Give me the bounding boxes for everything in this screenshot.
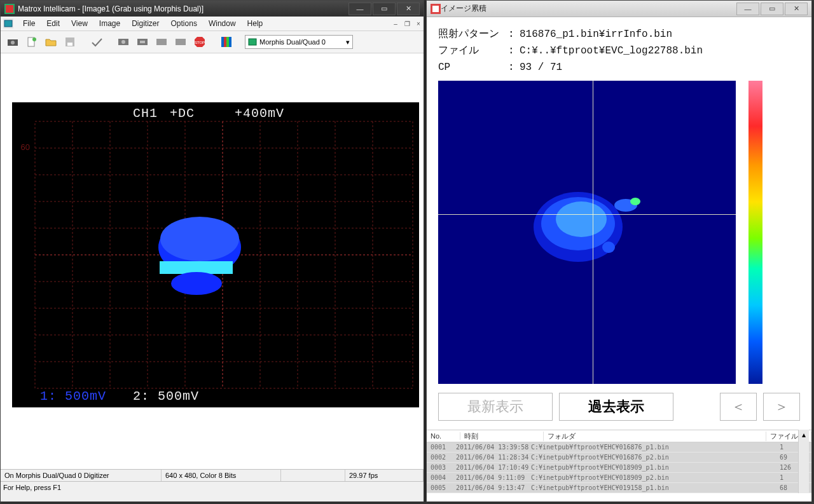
mdi-close-icon[interactable]: × — [413, 19, 424, 28]
grab-single-icon[interactable] — [115, 34, 132, 50]
info-cp-val: 93 / 71 — [520, 59, 562, 76]
svg-rect-19 — [224, 37, 226, 47]
check-icon[interactable] — [88, 34, 105, 50]
close-button[interactable]: ✕ — [397, 3, 420, 15]
svg-point-7 — [32, 37, 36, 41]
svg-rect-46 — [160, 261, 233, 274]
svg-text:STOP: STOP — [195, 41, 205, 44]
svg-rect-20 — [226, 37, 229, 47]
maximize-button[interactable]: ▭ — [373, 3, 396, 15]
info-block: 照射パターン:816876_p1.bin¥irrInfo.bin ファイル:C:… — [427, 17, 811, 81]
statusbar-1: On Morphis Dual/Quad 0 Digitizer 640 x 4… — [1, 469, 424, 481]
menu-digitizer[interactable]: Digitizer — [126, 18, 165, 29]
info-pattern-val: 816876_p1.bin¥irrInfo.bin — [520, 26, 672, 43]
svg-rect-3 — [4, 20, 12, 27]
matrox-window: Matrox Intellicam - [Image1 (Grab using … — [0, 0, 424, 502]
menu-app-icon — [3, 18, 13, 29]
status-digitizer: On Morphis Dual/Quad 0 Digitizer — [1, 470, 162, 481]
svg-rect-9 — [67, 43, 72, 46]
svg-point-45 — [160, 217, 239, 261]
scope-ch2-div: 2: 500mV — [133, 389, 199, 404]
app-icon — [4, 4, 15, 14]
left-titlebar[interactable]: Matrox Intellicam - [Image1 (Grab using … — [1, 1, 424, 17]
workspace: 60 CH1 +DC +400mV 1: 500mV 2: 500mV — [1, 53, 424, 469]
menu-file[interactable]: File — [17, 18, 41, 29]
svg-point-47 — [171, 272, 222, 295]
status-size: 640 x 480, Color 8 Bits — [162, 470, 281, 481]
svg-point-55 — [630, 198, 640, 205]
stop-icon[interactable]: STOP — [191, 34, 208, 50]
menu-help[interactable]: Help — [242, 18, 269, 29]
image-accum-window: イメージ累積 — ▭ ✕ 照射パターン:816876_p1.bin¥irrInf… — [426, 0, 812, 502]
statusbar-2: For Help, press F1 — [1, 481, 424, 493]
table-row[interactable]: 00052011/06/04 9:13:47C:¥inetpub¥ftproot… — [427, 483, 811, 493]
right-app-icon — [431, 4, 441, 14]
mdi-minimize-icon[interactable]: – — [390, 19, 401, 28]
grab-cont-icon[interactable] — [134, 34, 151, 50]
info-cp-key: CP — [438, 59, 508, 76]
menu-image[interactable]: Image — [93, 18, 126, 29]
scope-image: 60 CH1 +DC +400mV 1: 500mV 2: 500mV — [12, 102, 419, 407]
next-button[interactable]: ＞ — [763, 393, 800, 421]
table-row[interactable]: 00022011/06/04 11:28:34C:¥inetpub¥ftproo… — [427, 453, 811, 463]
menubar: File Edit View Image Digitizer Options W… — [1, 17, 424, 31]
combo-label: Morphis Dual/Quad 0 — [259, 38, 326, 46]
menu-window[interactable]: Window — [203, 18, 242, 29]
list-body[interactable]: 00012011/06/04 13:39:58C:¥inetpub¥ftproo… — [427, 442, 811, 493]
svg-rect-21 — [249, 39, 256, 45]
sync-icon[interactable] — [153, 34, 170, 50]
past-button[interactable]: 過去表示 — [559, 393, 673, 421]
camera-icon[interactable] — [4, 34, 21, 50]
svg-text:60: 60 — [21, 142, 30, 152]
left-title-text: Matrox Intellicam - [Image1 (Grab using … — [18, 4, 204, 13]
right-titlebar[interactable]: イメージ累積 — ▭ ✕ — [427, 1, 811, 17]
right-minimize-button[interactable]: — — [736, 3, 759, 15]
svg-rect-15 — [176, 39, 186, 45]
scope-ch: CH1 — [133, 106, 158, 121]
info-file-key: ファイル — [438, 43, 508, 59]
toolbar: STOP Morphis Dual/Quad 0 ▾ — [1, 31, 424, 53]
menu-edit[interactable]: Edit — [41, 18, 66, 29]
col-folder[interactable]: フォルダ — [544, 432, 766, 441]
info-file-val: C:¥..¥ftproot¥EVC_log22788.bin — [520, 43, 703, 59]
col-time[interactable]: 時刻 — [460, 432, 544, 441]
right-title-text: イメージ累積 — [441, 3, 486, 14]
sync2-icon[interactable] — [172, 34, 189, 50]
svg-point-5 — [11, 41, 15, 44]
info-pattern-key: 照射パターン — [438, 26, 508, 43]
save-icon[interactable] — [62, 34, 78, 50]
prev-button[interactable]: ＜ — [720, 393, 757, 421]
new-icon[interactable] — [24, 34, 40, 50]
crosshair-v — [593, 81, 593, 384]
scope-range: +400mV — [235, 106, 284, 121]
svg-rect-1 — [6, 5, 13, 13]
svg-rect-49 — [432, 6, 439, 12]
svg-point-53 — [556, 201, 607, 237]
crosshair-h — [438, 214, 736, 215]
list-header: No. 時刻 フォルダ ファイル数 — [427, 430, 811, 442]
open-icon[interactable] — [43, 34, 59, 50]
status-help: For Help, press F1 — [3, 484, 61, 491]
minimize-button[interactable]: — — [348, 3, 371, 15]
mdi-restore-icon[interactable]: ❐ — [402, 19, 412, 28]
table-row[interactable]: 00042011/06/04 9:11:09C:¥inetpub¥ftproot… — [427, 473, 811, 483]
chevron-down-icon: ▾ — [346, 38, 350, 46]
digitizer-combo[interactable]: Morphis Dual/Quad 0 ▾ — [245, 35, 353, 49]
menu-view[interactable]: View — [66, 18, 93, 29]
right-maximize-button[interactable]: ▭ — [761, 3, 783, 15]
col-no[interactable]: No. — [427, 432, 460, 440]
latest-button[interactable]: 最新表示 — [438, 393, 553, 421]
svg-rect-14 — [156, 39, 167, 45]
heatmap[interactable] — [438, 81, 736, 384]
table-row[interactable]: 00012011/06/04 13:39:58C:¥inetpub¥ftproo… — [427, 442, 811, 453]
menu-options[interactable]: Options — [165, 18, 203, 29]
colorbar — [748, 81, 762, 384]
right-close-button[interactable]: ✕ — [785, 3, 808, 15]
svg-point-11 — [121, 40, 125, 44]
table-row[interactable]: 00032011/06/04 17:10:49C:¥inetpub¥ftproo… — [427, 463, 811, 473]
palette-icon[interactable] — [218, 34, 235, 50]
scrollbar[interactable]: ▴ — [798, 430, 809, 493]
chip-icon — [248, 38, 257, 46]
svg-rect-13 — [140, 41, 145, 43]
svg-point-56 — [602, 242, 615, 253]
